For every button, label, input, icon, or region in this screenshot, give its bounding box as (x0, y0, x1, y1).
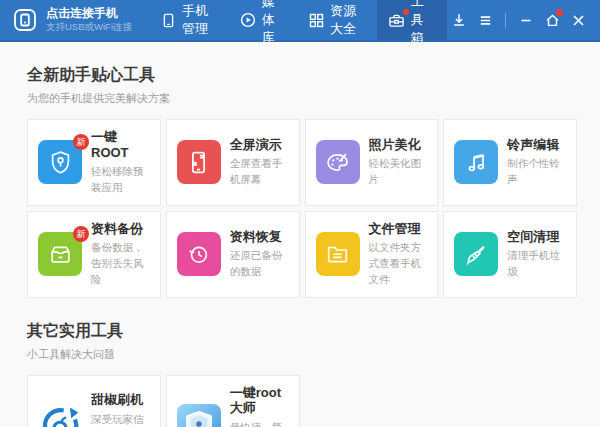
tool-description: 轻松美化图片 (369, 156, 430, 188)
section-title: 全新助手贴心工具 (27, 65, 577, 86)
fullscreen-phone-icon (177, 140, 221, 184)
tool-description: 还原已备份的数据 (230, 248, 291, 280)
notification-dot (403, 9, 409, 15)
music-note-icon (454, 140, 498, 184)
pepper-flash-icon (38, 404, 82, 427)
tool-card[interactable]: 资料恢复 还原已备份的数据 (166, 211, 300, 298)
window-controls (447, 0, 600, 40)
tool-description: 深受玩家信赖的刷机软件 (91, 412, 152, 427)
connect-subtitle: 支持USB或WiFi连接 (46, 21, 132, 33)
tools-section: 全新助手贴心工具 为您的手机提供完美解决方案 新 一键ROOT 轻松移除预装应用… (27, 65, 577, 298)
tool-card[interactable]: 铃声编辑 制作个性铃声 (443, 119, 577, 206)
close-icon (571, 13, 586, 28)
tools-grid: 新 一键ROOT 轻松移除预装应用 全屏演示 全屏查看手机屏幕 照片美化 轻松美… (27, 119, 577, 298)
tool-description: 清理手机垃圾 (507, 248, 568, 280)
tool-card[interactable]: 新 资料备份 备份数据，告别丢失风险 (27, 211, 161, 298)
tool-title: 空间清理 (507, 229, 568, 245)
tool-description: 轻松移除预装应用 (91, 164, 152, 196)
tool-card[interactable]: 照片美化 轻松美化图片 (305, 119, 439, 206)
menu-button[interactable] (473, 8, 497, 32)
tab-toolbox[interactable]: 工具箱 (377, 0, 447, 40)
tool-title: 一键ROOT (91, 129, 152, 160)
tab-resources[interactable]: 资源大全 (298, 0, 377, 40)
tool-title: 全屏演示 (230, 137, 291, 153)
titlebar: 点击连接手机 支持USB或WiFi连接 手机管理 媒体库 资源大全 工具箱 (0, 0, 600, 42)
tools-section: 其它实用工具 小工具解决大问题 甜椒刷机 深受玩家信赖的刷机软件 一键root大… (27, 321, 577, 427)
connect-phone-button[interactable]: 点击连接手机 支持USB或WiFi连接 (0, 0, 150, 40)
minimize-icon (519, 13, 533, 27)
folder-files-icon (316, 232, 360, 276)
section-title: 其它实用工具 (27, 321, 577, 342)
connect-phone-icon (12, 7, 38, 33)
section-subtitle: 为您的手机提供完美解决方案 (27, 91, 577, 106)
toolbox-icon (388, 12, 405, 29)
tab-media-library[interactable]: 媒体库 (229, 0, 298, 40)
app-window: 点击连接手机 支持USB或WiFi连接 手机管理 媒体库 资源大全 工具箱 全新… (0, 0, 600, 427)
tool-title: 资料备份 (91, 221, 152, 237)
download-icon (451, 12, 467, 28)
tool-card[interactable]: 空间清理 清理手机垃圾 (443, 211, 577, 298)
clean-brush-icon (454, 232, 498, 276)
tool-description: 制作个性铃声 (507, 156, 568, 188)
download-button[interactable] (447, 8, 471, 32)
tool-card[interactable]: 甜椒刷机 深受玩家信赖的刷机软件 (27, 375, 161, 427)
media-play-icon (240, 12, 256, 28)
tool-title: 文件管理 (369, 221, 430, 237)
tool-card[interactable]: 新 一键ROOT 轻松移除预装应用 (27, 119, 161, 206)
minimize-button[interactable] (514, 8, 538, 32)
connect-title: 点击连接手机 (46, 6, 132, 21)
new-badge: 新 (73, 226, 89, 242)
palette-icon (316, 140, 360, 184)
tool-description: 全屏查看手机屏幕 (230, 156, 291, 188)
tool-card[interactable]: 一键root大师 最快捷、简单的一键root工具 (166, 375, 300, 427)
tools-grid: 甜椒刷机 深受玩家信赖的刷机软件 一键root大师 最快捷、简单的一键root工… (27, 375, 577, 427)
toolbox-page: 全新助手贴心工具 为您的手机提供完美解决方案 新 一键ROOT 轻松移除预装应用… (0, 42, 600, 427)
tool-title: 甜椒刷机 (91, 392, 152, 408)
tool-title: 照片美化 (369, 137, 430, 153)
main-nav: 手机管理 媒体库 资源大全 工具箱 (150, 0, 447, 40)
root-shield-icon (177, 404, 221, 427)
tool-title: 资料恢复 (230, 229, 291, 245)
tab-phone-manage[interactable]: 手机管理 (150, 0, 229, 40)
new-badge: 新 (73, 134, 89, 150)
restore-clock-icon (177, 232, 221, 276)
close-button[interactable] (566, 8, 590, 32)
tool-description: 最快捷、简单的一键root工具 (230, 420, 291, 427)
phone-icon (161, 13, 176, 28)
apps-grid-icon (309, 13, 324, 28)
home-button[interactable] (540, 8, 564, 32)
controls-separator (505, 13, 506, 28)
tool-title: 铃声编辑 (507, 137, 568, 153)
menu-icon (478, 13, 493, 28)
tool-description: 以文件夹方式查看手机文件 (369, 240, 430, 287)
section-subtitle: 小工具解决大问题 (27, 347, 577, 362)
tool-description: 备份数据，告别丢失风险 (91, 240, 152, 287)
tool-title: 一键root大师 (230, 385, 291, 416)
tool-card[interactable]: 文件管理 以文件夹方式查看手机文件 (305, 211, 439, 298)
tool-card[interactable]: 全屏演示 全屏查看手机屏幕 (166, 119, 300, 206)
notification-dot (556, 9, 563, 16)
